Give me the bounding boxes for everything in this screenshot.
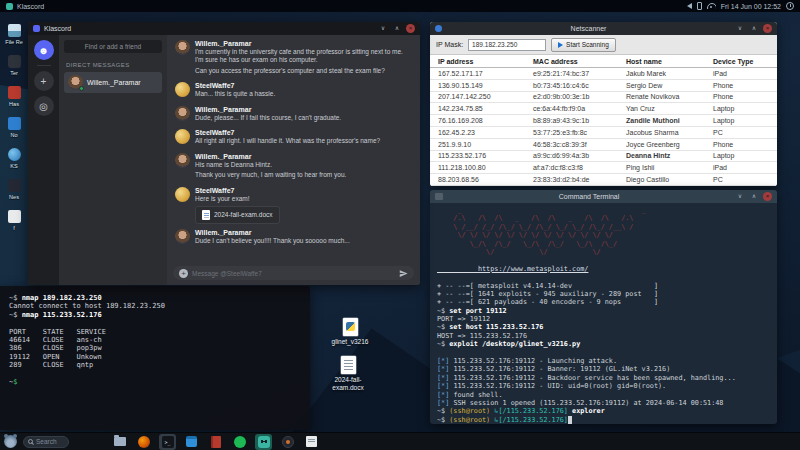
cell-device: iPad [713, 70, 777, 77]
desktop-icon-label: File Re [1, 39, 27, 45]
minimize-icon[interactable]: ∨ [735, 192, 745, 201]
desktop-icon-hash[interactable]: Has [1, 86, 27, 107]
cell-ip: 142.234.75.85 [438, 105, 533, 112]
start-scanning-label: Start Scanning [566, 41, 609, 48]
close-icon[interactable]: × [763, 24, 772, 33]
netscanner-titlebar[interactable]: Netscanner ∨ ∧ × [430, 22, 777, 35]
column-ip[interactable]: IP address [438, 58, 533, 65]
send-icon[interactable] [399, 269, 408, 278]
table-row[interactable]: 115.233.52.176a9:9c:d6:99:4a:3bDeanna Hi… [430, 151, 777, 163]
klascord-titlebar[interactable]: Klascord ∨ ∧ × [28, 22, 420, 35]
close-icon[interactable]: × [763, 192, 772, 201]
nmap-output[interactable]: ~$ nmap 189.182.23.250Cannot connect to … [0, 286, 310, 392]
taskbar-app-reader[interactable] [207, 434, 224, 450]
column-host[interactable]: Host name [626, 58, 713, 65]
home-button[interactable]: ☻ [34, 40, 54, 60]
message-body: SteelWaffe7Man... this is quite a hassle… [195, 82, 275, 100]
contact-name: Willem._Paramar [87, 79, 141, 86]
table-row[interactable]: 207.147.142.250e2:d0:9b:00:3e:1bRenate N… [430, 92, 777, 104]
desktop-icon-terminal[interactable]: Ter [1, 55, 27, 76]
message-text: Dude I can't believe you!!!! Thank you s… [195, 237, 350, 245]
terminal-line: PORT => 19112 [437, 315, 770, 323]
terminal-line: [*] 115.233.52.176:19112 - Backdoor serv… [437, 374, 770, 382]
taskbar-search[interactable]: Search [23, 436, 69, 448]
start-scanning-button[interactable]: Start Scanning [551, 38, 616, 52]
dm-contact-willem[interactable]: Willem._Paramar [64, 72, 162, 93]
terminal-line: + -- --=[ 621 payloads - 40 encoders - 9… [437, 298, 770, 306]
desktop-icon-pictures[interactable]: File Re [1, 24, 27, 45]
taskbar-app-klascord[interactable] [255, 434, 272, 450]
battery-icon[interactable] [697, 2, 702, 10]
column-device[interactable]: Device Type [713, 58, 777, 65]
taskbar-app-files[interactable] [111, 434, 128, 450]
table-row[interactable]: 142.234.75.85ce:6a:44:fb:f9:0aYan CruzLa… [430, 103, 777, 115]
desktop-icon-netscanner[interactable]: Nes [1, 179, 27, 200]
message-input[interactable]: + Message @SteelWaffe7 [173, 266, 414, 280]
table-row[interactable]: 162.45.2.2353:77:25:e3:fb:8cJacobus Shar… [430, 127, 777, 139]
column-mac[interactable]: MAC address [533, 58, 626, 65]
kspider-icon [8, 148, 21, 161]
terminal-output[interactable]: _ _ /.\ /\ /\ _ /\ /\ _ /\ /\ /.\ \ /__/… [430, 203, 777, 424]
explore-button[interactable]: ◎ [34, 96, 54, 116]
desktop-icon-label: No [1, 132, 27, 138]
cell-host: Jakub Marek [626, 70, 713, 77]
attachment-card[interactable]: 2024-fall-exam.docx [195, 206, 280, 224]
table-row[interactable]: 251.9.9.1046:58:3c:c8:39:3fJoyce Greenbe… [430, 139, 777, 151]
avatar [175, 153, 190, 168]
terminal-line: ~$ (ssh@root) ↳[/115.233.52.176] [437, 416, 770, 424]
window-title: Klascord [44, 25, 374, 32]
maximize-icon[interactable]: ∧ [749, 192, 759, 201]
taskbar-app-notes[interactable] [303, 434, 320, 450]
cell-host: Jacobus Sharma [626, 129, 713, 136]
close-icon[interactable]: × [406, 24, 415, 33]
volume-icon[interactable] [687, 3, 692, 9]
message-body: Willem._ParamarI'm currently in the univ… [195, 40, 412, 77]
message-text: Dude, please... If I fail this course, I… [195, 114, 341, 122]
table-row[interactable]: 167.52.171.17e9:25:21:74:bc:37Jakub Mare… [430, 68, 777, 80]
add-server-button[interactable]: + [34, 71, 54, 91]
clock[interactable]: Fri 14 Jun 00 12:52 [721, 3, 781, 10]
attach-plus-icon[interactable]: + [179, 269, 188, 278]
desktop-file-exam-docx[interactable]: 2024-fall-exam.docx [324, 356, 372, 392]
message-text: Can you access the professor's computer … [195, 67, 412, 75]
table-row[interactable]: 88.203.68.5623:83:3d:d2:b4:deDiego Casti… [430, 174, 777, 186]
terminal-line: \/ \/ \/ [437, 248, 770, 256]
ip-mask-input[interactable]: 189.182.23.250 [468, 39, 546, 51]
nmap-terminal-window[interactable]: ~$ nmap 189.182.23.250Cannot connect to … [0, 286, 310, 430]
terminal-app-icon [435, 193, 443, 200]
desktop-file-glinet[interactable]: glinet_v3216 [326, 318, 374, 346]
terminal-titlebar[interactable]: Command Terminal ∨ ∧ × [430, 190, 777, 203]
table-row[interactable]: 76.16.169.208b8:89:a9:43:9c:1bZandile Mu… [430, 115, 777, 127]
message-text: I'm currently in the university cafe and… [195, 48, 412, 65]
message-body: Willem._ParamarDude, please... If I fail… [195, 106, 341, 124]
table-row[interactable]: 136.90.15.149b0:73:45:16:c4:6cSergio Dew… [430, 80, 777, 92]
terminal-line: [*] 115.233.52.176:19112 - UID: uid=0(ro… [437, 382, 770, 390]
minimize-icon[interactable]: ∨ [378, 24, 388, 33]
attachment-filename: 2024-fall-exam.docx [214, 211, 273, 218]
terminal-line: [*] 115.233.52.176:19112 - Banner: 19112… [437, 365, 770, 373]
desktop-icon-file[interactable]: f [1, 210, 27, 231]
pictures-icon [8, 24, 21, 37]
power-icon[interactable] [786, 2, 794, 10]
find-friend-button[interactable]: Find or add a friend [64, 40, 162, 53]
minimize-icon[interactable]: ∨ [735, 24, 745, 33]
maximize-icon[interactable]: ∧ [392, 24, 402, 33]
taskbar-app-music[interactable] [231, 434, 248, 450]
terminal-line: ~$ [9, 377, 301, 385]
file-icon [8, 210, 21, 223]
maximize-icon[interactable]: ∧ [749, 24, 759, 33]
desktop-icon-kspider[interactable]: KS [1, 148, 27, 169]
taskbar-app-browser[interactable] [135, 434, 152, 450]
taskbar-app-camera[interactable] [279, 434, 296, 450]
cell-mac: b8:89:a9:43:9c:1b [533, 117, 626, 124]
cell-host: Diego Castillo [626, 176, 713, 183]
terminal-icon: >_ [162, 436, 174, 448]
wifi-icon[interactable] [707, 3, 716, 9]
terminal-line: ~$ nmap 115.233.52.176 [9, 310, 301, 318]
taskbar-app-terminal[interactable]: >_ [159, 434, 176, 450]
table-row[interactable]: 111.218.100.80af:a7:dc:f8:c3:f8Ping Ishi… [430, 162, 777, 174]
table-header: IP address MAC address Host name Device … [430, 55, 777, 68]
desktop-icon-notes[interactable]: No [1, 117, 27, 138]
app-launcher-icon[interactable] [4, 435, 17, 448]
taskbar-app-calendar[interactable] [183, 434, 200, 450]
